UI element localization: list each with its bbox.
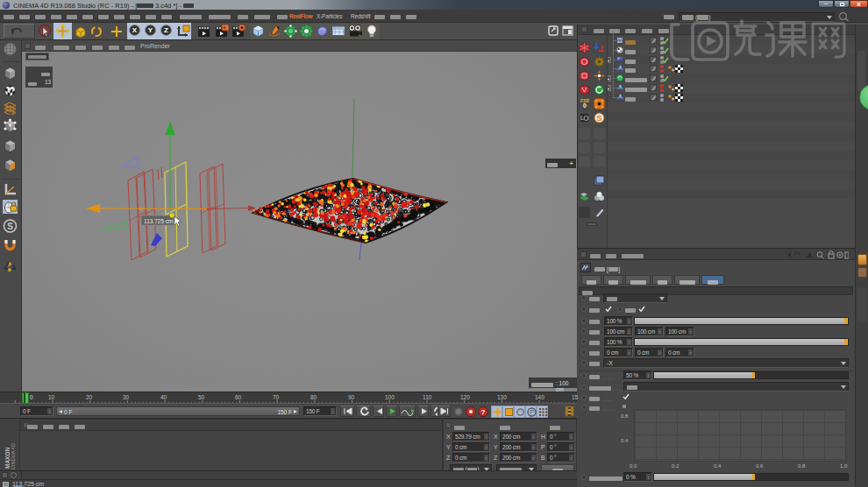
svg-text:P: P: [530, 409, 534, 415]
svg-text:113.725 cm: 113.725 cm: [144, 218, 173, 224]
svg-text:L: L: [580, 115, 584, 121]
svg-text:S: S: [7, 222, 13, 231]
svg-text:S: S: [596, 114, 601, 123]
